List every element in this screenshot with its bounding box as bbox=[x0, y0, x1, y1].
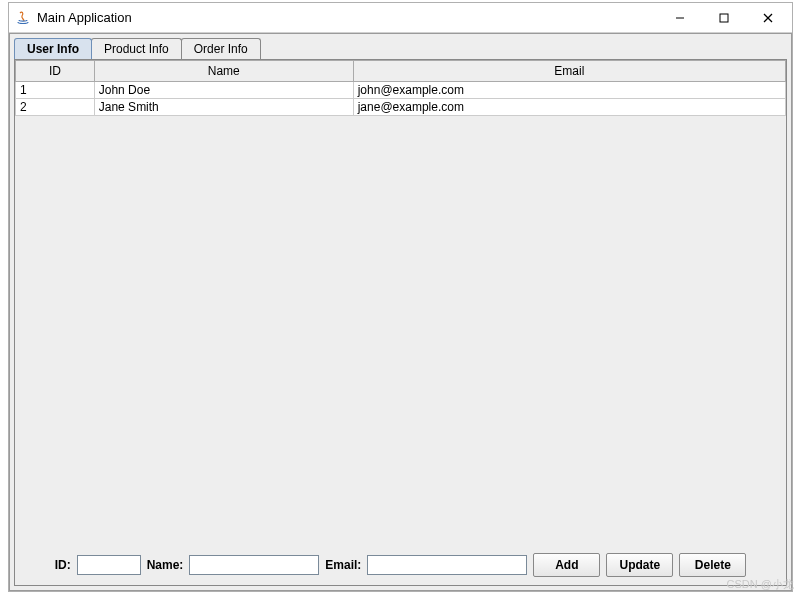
titlebar: Main Application bbox=[9, 3, 792, 33]
watermark: CSDN @小龙 bbox=[727, 577, 794, 592]
email-label: Email: bbox=[325, 558, 361, 572]
tabs-row: User Info Product Info Order Info bbox=[10, 34, 791, 59]
content-pane: User Info Product Info Order Info ID Nam… bbox=[9, 33, 792, 591]
column-header-email[interactable]: Email bbox=[353, 61, 785, 82]
maximize-button[interactable] bbox=[702, 4, 746, 32]
id-label: ID: bbox=[55, 558, 71, 572]
delete-button[interactable]: Delete bbox=[679, 553, 746, 577]
table-row[interactable]: 1 John Doe john@example.com bbox=[16, 82, 786, 99]
svg-rect-1 bbox=[720, 14, 728, 22]
email-input[interactable] bbox=[367, 555, 527, 575]
cell-email: jane@example.com bbox=[353, 99, 785, 116]
java-app-icon bbox=[15, 10, 31, 26]
table-container: ID Name Email 1 John Doe john@example.co… bbox=[15, 60, 786, 545]
minimize-button[interactable] bbox=[658, 4, 702, 32]
tab-panel-user-info: ID Name Email 1 John Doe john@example.co… bbox=[14, 59, 787, 586]
cell-id: 1 bbox=[16, 82, 95, 99]
name-input[interactable] bbox=[189, 555, 319, 575]
column-header-id[interactable]: ID bbox=[16, 61, 95, 82]
window-controls bbox=[658, 4, 790, 32]
name-label: Name: bbox=[147, 558, 184, 572]
id-input[interactable] bbox=[77, 555, 141, 575]
close-button[interactable] bbox=[746, 4, 790, 32]
table-row[interactable]: 2 Jane Smith jane@example.com bbox=[16, 99, 786, 116]
cell-name: John Doe bbox=[94, 82, 353, 99]
update-button[interactable]: Update bbox=[606, 553, 673, 577]
column-header-name[interactable]: Name bbox=[94, 61, 353, 82]
cell-email: john@example.com bbox=[353, 82, 785, 99]
form-row: ID: Name: Email: Add Update Delete bbox=[15, 545, 786, 585]
table-header-row: ID Name Email bbox=[16, 61, 786, 82]
tab-order-info[interactable]: Order Info bbox=[181, 38, 261, 59]
cell-name: Jane Smith bbox=[94, 99, 353, 116]
tab-product-info[interactable]: Product Info bbox=[91, 38, 182, 59]
window-title: Main Application bbox=[37, 10, 658, 25]
user-table: ID Name Email 1 John Doe john@example.co… bbox=[15, 60, 786, 116]
tab-user-info[interactable]: User Info bbox=[14, 38, 92, 59]
app-window: Main Application User Info Product Info … bbox=[8, 2, 793, 592]
add-button[interactable]: Add bbox=[533, 553, 600, 577]
cell-id: 2 bbox=[16, 99, 95, 116]
